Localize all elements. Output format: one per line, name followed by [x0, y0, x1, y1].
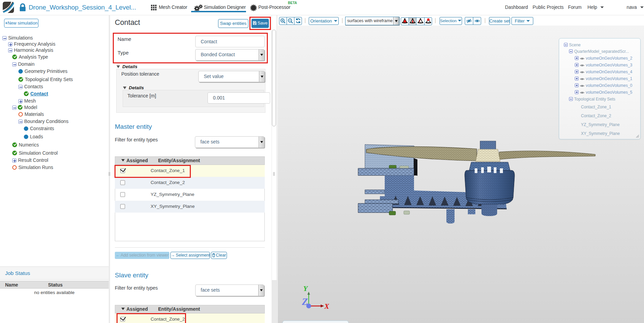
svg-text:X: X — [324, 302, 329, 310]
svg-text:Y: Y — [303, 284, 308, 293]
